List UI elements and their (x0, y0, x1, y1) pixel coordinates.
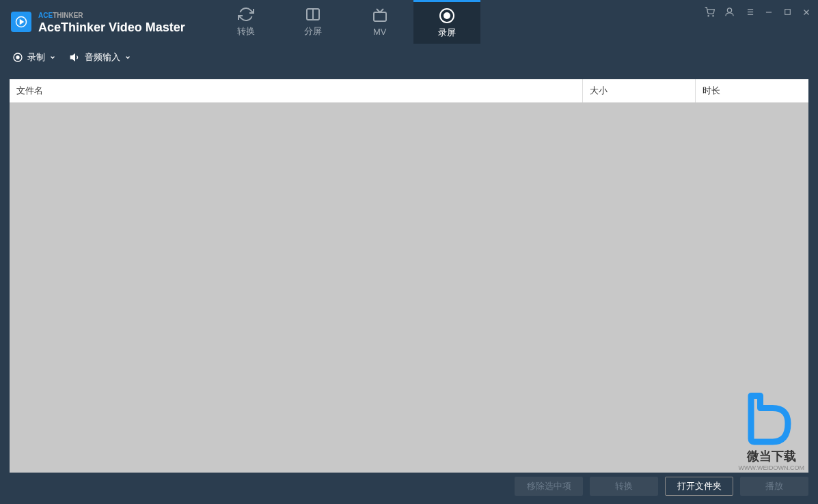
table-header: 文件名 大小 时长 (10, 79, 808, 102)
chevron-down-icon (124, 54, 131, 61)
play-button[interactable]: 播放 (740, 477, 808, 496)
svg-point-6 (444, 13, 450, 18)
convert-button[interactable]: 转换 (590, 477, 658, 496)
tab-record[interactable]: 录屏 (413, 0, 480, 44)
tab-split[interactable]: 分屏 (280, 0, 346, 44)
tab-convert-label: 转换 (237, 25, 255, 38)
footer: 移除选中项 转换 打开文件夹 播放 (515, 477, 808, 496)
tab-mv-label: MV (373, 27, 387, 37)
brand-prefix: ACE (38, 12, 53, 19)
header: ACETHINKER AceThinker Video Master 转换 分屏… (0, 0, 818, 44)
column-duration[interactable]: 时长 (696, 79, 808, 102)
cart-icon[interactable] (705, 7, 715, 17)
audio-input-dropdown[interactable]: 音频输入 (70, 51, 131, 64)
tv-icon (372, 8, 388, 24)
svg-rect-4 (374, 12, 386, 21)
app-logo-icon (11, 12, 31, 32)
sub-toolbar: 录制 音频输入 (0, 44, 818, 71)
chevron-down-icon (49, 54, 56, 61)
audio-input-label: 音频输入 (85, 51, 120, 64)
column-size[interactable]: 大小 (583, 79, 696, 102)
svg-point-9 (727, 8, 731, 12)
column-filename[interactable]: 文件名 (10, 79, 583, 102)
svg-marker-22 (70, 54, 74, 60)
brand-suffix: THINKER (53, 12, 83, 19)
content-area: 文件名 大小 时长 (10, 79, 808, 473)
tab-mv[interactable]: MV (346, 0, 413, 44)
tab-record-label: 录屏 (438, 27, 456, 39)
svg-point-21 (16, 56, 19, 59)
menu-list-icon[interactable] (744, 7, 754, 17)
speaker-icon (70, 52, 81, 63)
logo-section: ACETHINKER AceThinker Video Master (0, 8, 185, 36)
window-controls (705, 7, 811, 17)
tab-split-label: 分屏 (304, 25, 322, 38)
record-icon (439, 8, 455, 24)
record-label: 录制 (27, 51, 45, 64)
split-screen-icon (305, 6, 321, 23)
user-icon[interactable] (724, 7, 735, 17)
open-folder-button[interactable]: 打开文件夹 (665, 477, 733, 496)
refresh-icon (238, 6, 254, 23)
svg-rect-17 (785, 10, 791, 15)
record-dropdown[interactable]: 录制 (12, 51, 56, 64)
minimize-icon[interactable] (764, 8, 774, 17)
tab-convert[interactable]: 转换 (213, 0, 280, 44)
brand-text: ACETHINKER AceThinker Video Master (38, 8, 185, 36)
svg-point-7 (708, 16, 709, 16)
nav-tabs: 转换 分屏 MV 录屏 (213, 0, 480, 44)
app-title: AceThinker Video Master (38, 20, 185, 36)
remove-selected-button[interactable]: 移除选中项 (515, 477, 583, 496)
maximize-icon[interactable] (783, 8, 792, 16)
close-icon[interactable] (802, 8, 811, 17)
svg-point-8 (713, 16, 713, 16)
svg-marker-1 (21, 20, 24, 24)
record-dot-icon (12, 52, 23, 63)
